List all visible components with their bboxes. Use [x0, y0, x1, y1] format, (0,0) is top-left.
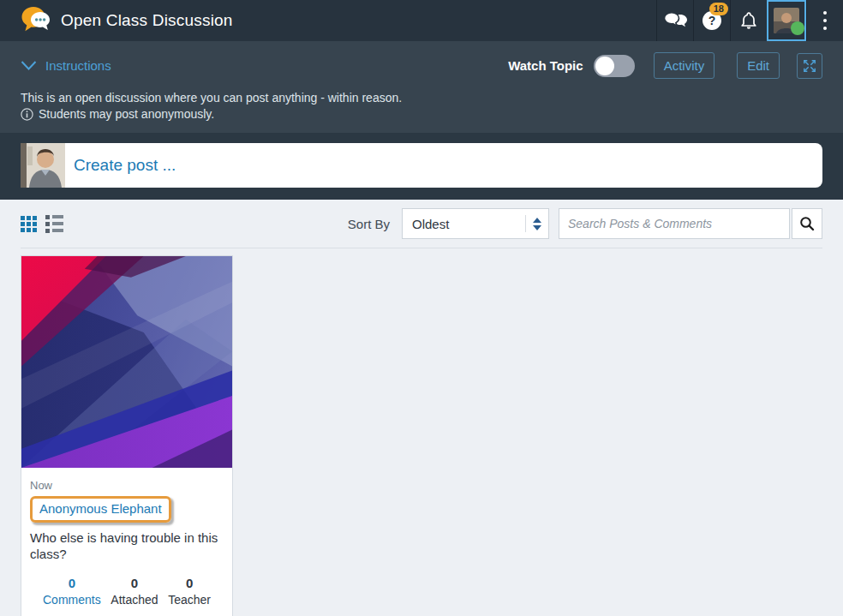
kebab-menu-icon: [823, 11, 827, 30]
comments-stat[interactable]: 0 Comments: [43, 576, 101, 607]
activity-button[interactable]: Activity: [654, 52, 715, 79]
sort-select[interactable]: Oldest: [402, 208, 549, 239]
description-line-1: This is an open discussion where you can…: [21, 90, 822, 106]
help-button[interactable]: ? 18: [693, 0, 730, 41]
post-author-link[interactable]: Anonymous Elephant: [39, 501, 162, 516]
page-title: Open Class Discussion: [61, 11, 233, 30]
expand-arrows-icon: [803, 58, 816, 74]
messages-button[interactable]: [656, 0, 693, 41]
edit-button[interactable]: Edit: [737, 52, 780, 79]
teacher-count: 0: [168, 576, 211, 590]
watch-topic-label: Watch Topic: [508, 58, 583, 73]
list-toolbar: Sort By Oldest: [21, 200, 822, 248]
notifications-button[interactable]: [730, 0, 767, 41]
comments-count: 0: [43, 576, 101, 590]
magnifier-icon: [799, 216, 815, 231]
attached-label: Attached: [111, 593, 158, 607]
chevron-down-icon: [21, 61, 37, 70]
post-card-body: Now Anonymous Elephant Who else is havin…: [21, 468, 232, 616]
app-header: Open Class Discussion ? 18: [0, 0, 843, 41]
app-logo-icon[interactable]: [21, 6, 51, 35]
instructions-label: Instructions: [45, 58, 111, 73]
post-stats: 0 Comments 0 Attached 0 Teacher: [30, 576, 224, 607]
watch-topic-toggle[interactable]: [594, 55, 635, 77]
current-user-avatar: [21, 143, 65, 188]
grid-view-button[interactable]: [21, 216, 37, 232]
create-post-input[interactable]: Create post ...: [65, 143, 822, 188]
online-status-dot: [791, 21, 804, 35]
topic-description: This is an open discussion where you can…: [21, 90, 822, 123]
description-line-2-row: Students may post anonymously.: [21, 106, 822, 123]
teacher-label: Teacher: [168, 593, 211, 607]
header-left: Open Class Discussion: [0, 0, 656, 41]
post-timestamp: Now: [30, 479, 224, 492]
help-badge: 18: [709, 3, 728, 15]
topic-actions-row: Instructions Watch Topic Activity Edit: [21, 52, 822, 79]
profile-menu-button[interactable]: [767, 0, 806, 41]
description-line-2: Students may post anonymously.: [39, 106, 214, 123]
svg-text:?: ?: [708, 14, 716, 27]
up-down-arrows-icon: [533, 218, 541, 230]
author-highlight-box[interactable]: Anonymous Elephant: [30, 496, 171, 523]
sort-divider: [525, 215, 526, 232]
fullscreen-button[interactable]: [797, 53, 822, 79]
create-post-strip: Create post ...: [0, 133, 843, 200]
chat-bubbles-icon: [664, 12, 687, 29]
bell-icon: [738, 10, 759, 31]
attached-count: 0: [111, 576, 158, 590]
instructions-toggle[interactable]: Instructions: [21, 58, 111, 73]
topic-actions: Watch Topic Activity Edit: [508, 52, 822, 79]
more-options-button[interactable]: [806, 0, 843, 41]
list-view-button[interactable]: [45, 215, 63, 233]
info-icon: [21, 108, 33, 121]
post-card[interactable]: Now Anonymous Elephant Who else is havin…: [21, 255, 233, 616]
search-button[interactable]: [792, 208, 822, 239]
sort-by-label: Sort By: [348, 217, 390, 231]
sort-selected-value: Oldest: [412, 217, 525, 231]
teacher-stat: 0 Teacher: [168, 576, 211, 607]
search-input[interactable]: [559, 208, 790, 239]
attached-stat: 0 Attached: [111, 576, 158, 607]
post-thumbnail[interactable]: [21, 256, 232, 468]
comments-label: Comments: [43, 593, 101, 607]
header-icons: ? 18: [656, 0, 843, 41]
post-text: Who else is having trouble in this class…: [30, 529, 224, 562]
toggle-knob: [595, 57, 614, 75]
topic-section: Instructions Watch Topic Activity Edit: [0, 41, 843, 133]
create-post-placeholder: Create post ...: [74, 156, 176, 175]
